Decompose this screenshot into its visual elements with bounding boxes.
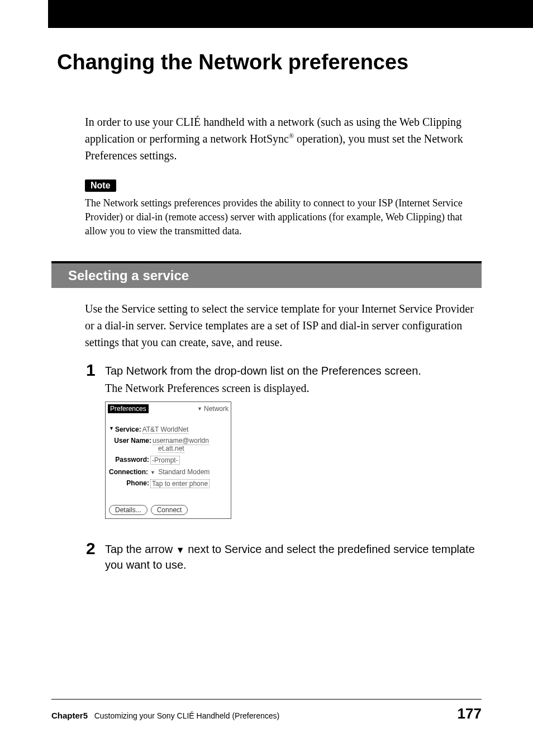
dropdown-arrow-icon: ▼ bbox=[197, 406, 202, 412]
username-label: User Name: bbox=[109, 437, 151, 445]
password-label: Password: bbox=[109, 456, 149, 464]
service-label: Service: bbox=[115, 426, 141, 433]
connection-dropdown[interactable]: ▼ Standard Modem bbox=[150, 468, 210, 476]
registered-symbol: ® bbox=[289, 132, 294, 140]
password-value[interactable]: -Prompt- bbox=[150, 456, 180, 465]
screenshot-title: Preferences bbox=[108, 404, 149, 413]
step-2-number: 2 bbox=[86, 540, 105, 573]
step-2: 2 Tap the arrow ▼ next to Service and se… bbox=[86, 541, 482, 573]
connection-label: Connection: bbox=[109, 468, 148, 476]
down-arrow-icon: ▼ bbox=[176, 545, 185, 555]
step-1-number: 1 bbox=[86, 362, 105, 395]
section-intro: Use the Service setting to select the se… bbox=[85, 300, 482, 351]
step-1: 1 Tap Network from the drop-down list on… bbox=[86, 363, 482, 395]
phone-value[interactable]: Tap to enter phone bbox=[150, 479, 210, 488]
chapter-title bbox=[90, 711, 94, 720]
page-number: 177 bbox=[458, 705, 482, 722]
screenshot-dropdown-value: Network bbox=[204, 405, 229, 413]
note-text: The Network settings preferences provide… bbox=[85, 196, 482, 239]
header-black-bar bbox=[48, 0, 533, 28]
page-footer: Chapter5 Customizing your Sony CLIÉ Hand… bbox=[51, 699, 482, 722]
step-1-instruction: Tap Network from the drop-down list on t… bbox=[105, 363, 421, 379]
connection-value: Standard Modem bbox=[158, 468, 210, 476]
connect-button[interactable]: Connect bbox=[151, 505, 188, 515]
connection-arrow-icon: ▼ bbox=[150, 470, 155, 475]
page-title: Changing the Network preferences bbox=[57, 50, 482, 74]
step-2-text-a: Tap the arrow bbox=[105, 543, 176, 555]
phone-label: Phone: bbox=[118, 479, 149, 487]
section-heading-bar: Selecting a service bbox=[51, 261, 482, 288]
chapter-label: Chapter5 bbox=[51, 711, 88, 720]
username-value-line1[interactable]: username@worldn bbox=[153, 437, 209, 445]
step-2-instruction: Tap the arrow ▼ next to Service and sele… bbox=[105, 541, 482, 573]
details-button[interactable]: Details... bbox=[109, 505, 147, 515]
step-1-subtext: The Network Preferences screen is displa… bbox=[105, 382, 421, 395]
service-arrow-icon[interactable]: ▼ bbox=[109, 426, 114, 431]
note-badge: Note bbox=[85, 179, 116, 192]
screenshot-category-dropdown[interactable]: ▼ Network bbox=[197, 405, 229, 413]
service-value[interactable]: AT&T WorldNet bbox=[142, 426, 189, 434]
username-value-line2[interactable]: et.att.net bbox=[158, 445, 184, 453]
intro-paragraph: In order to use your CLIÉ handheld with … bbox=[85, 114, 482, 164]
chapter-title-text: Customizing your Sony CLIÉ Handheld (Pre… bbox=[94, 711, 280, 720]
preferences-screenshot: Preferences ▼ Network ▼ Service: AT&T Wo… bbox=[105, 401, 231, 519]
